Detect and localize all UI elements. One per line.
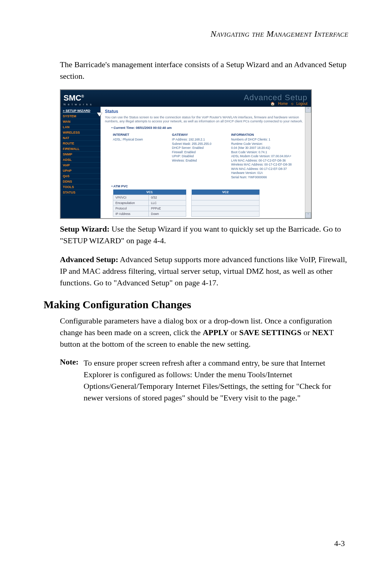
note-body: To ensure proper screen refresh after a … [83,357,348,404]
status-description: You can use the Status screen to see the… [105,115,307,124]
intro-paragraph: The Barricade's management interface con… [60,59,348,82]
logo-subtext: N e t w o r k s [64,103,92,106]
section-heading: Making Configuration Changes [44,298,348,311]
sidebar-item[interactable]: FIREWALL [61,146,101,152]
internet-column: INTERNET ADSL: Physical Down [113,133,167,179]
note-block: Note: To ensure proper screen refresh af… [60,357,348,404]
vc2-table: VC2 [191,190,260,217]
screenshot-content: Status You can use the Status screen to … [101,107,311,218]
running-header: Navigating the Management Interface [44,29,348,39]
header-right: Advanced Setup 🏠 Home ⦸ Logout [244,94,307,106]
sidebar-item[interactable]: LAN [61,125,101,130]
sidebar-item[interactable]: ROUTE [61,141,101,146]
gateway-column: GATEWAY IP Address: 192.168.2.1 Subnet M… [172,133,226,179]
vc1-table: VC1 VPI/VCI0/32 EncapsulationLLC Protoco… [113,190,186,217]
sidebar-item[interactable]: NAT [61,135,101,141]
status-heading: Status [105,109,307,114]
current-time: Current Time: 08/01/2003 00:02:40 am [111,126,307,130]
advanced-setup-label: Advanced Setup: [60,255,118,264]
scrollbar[interactable]: ˄ ˅ [305,107,311,218]
sidebar-item[interactable]: WIRELESS [61,130,101,135]
screenshot-sidebar: » SETUP WIZARD SYSTEM WAN LAN WIRELESS N… [61,107,101,218]
sidebar-item[interactable]: WAN [61,119,101,125]
information-column: INFORMATION Numbers of DHCP Clients: 1 R… [231,133,307,179]
document-page: Navigating the Management Interface The … [0,0,392,570]
sidebar-item[interactable]: SYSTEM [61,114,101,119]
logout-link[interactable]: ⦸ Logout [291,102,307,106]
router-ui-screenshot: SMC® N e t w o r k s Advanced Setup 🏠 Ho… [60,89,312,219]
cursor-icon [97,113,102,117]
logo-block: SMC® N e t w o r k s [64,94,92,106]
sidebar-item[interactable]: DDNS [61,179,101,184]
vc1-header: VC1 [113,190,186,195]
sidebar-item[interactable]: QoS [61,174,101,179]
config-changes-paragraph: Configurable parameters have a dialog bo… [60,315,348,350]
vc2-header: VC2 [192,190,260,195]
page-number: 4-3 [334,539,345,548]
scroll-down-icon[interactable]: ˅ [305,212,311,218]
sidebar-item[interactable]: STATUS [61,190,101,195]
sidebar-item[interactable]: VoIP [61,163,101,168]
setup-wizard-paragraph: Setup Wizard: Use the Setup Wizard if yo… [60,223,348,247]
page-mode-title: Advanced Setup [244,94,307,102]
atm-pvc-label: ATM PVC [111,184,307,188]
note-label: Note: [60,357,78,404]
setup-wizard-label: Setup Wizard: [60,224,110,233]
header-links: 🏠 Home ⦸ Logout [244,102,307,106]
advanced-setup-paragraph: Advanced Setup: Advanced Setup supports … [60,254,348,289]
sidebar-setup-wizard[interactable]: » SETUP WIZARD [61,108,101,114]
sidebar-item[interactable]: UPnP [61,168,101,174]
sidebar-item[interactable]: TOOLS [61,184,101,190]
sidebar-item[interactable]: ADSL [61,157,101,163]
logo-text: SMC® [64,93,84,102]
screenshot-header: SMC® N e t w o r k s Advanced Setup 🏠 Ho… [61,90,311,107]
sidebar-item[interactable]: SNMP [61,152,101,157]
home-link[interactable]: 🏠 Home [270,102,287,106]
scroll-up-icon[interactable]: ˄ [305,107,311,113]
